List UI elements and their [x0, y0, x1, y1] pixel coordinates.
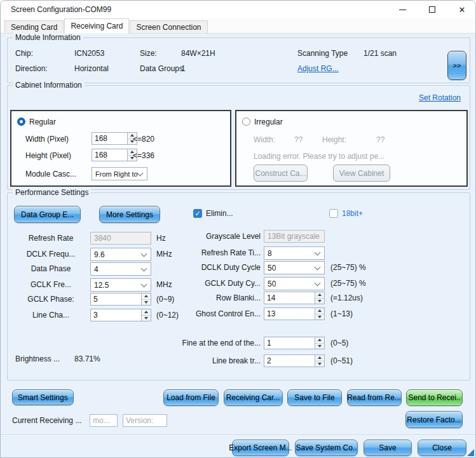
restore-factory-button[interactable]: Restore Facto...	[405, 411, 463, 428]
refresh-rate-times-value: 8	[268, 249, 272, 258]
arrow-up-icon	[318, 356, 322, 359]
spin-down-button[interactable]	[315, 314, 324, 320]
irregular-width-value: ??	[294, 135, 303, 144]
more-settings-button[interactable]: More Settings	[99, 206, 160, 223]
spin-up-button[interactable]	[142, 309, 151, 316]
arrow-down-icon	[318, 316, 322, 318]
module-information-group: Module Information Chip: ICN2053 Size: 8…	[7, 37, 470, 83]
data-phase-select[interactable]: 4	[90, 262, 151, 276]
gclk-phase-label: GCLK Phase:	[13, 295, 89, 304]
construct-cabinet-button[interactable]: Construct Ca...	[254, 165, 308, 182]
ghost-control-end-label: Ghost Control En...	[160, 309, 261, 318]
receiving-card-button[interactable]: Receiving Car...	[224, 389, 283, 406]
dclk-duty-cycle-select[interactable]: 50	[264, 261, 325, 274]
fine-at-line-end-range: (0~5)	[330, 339, 348, 347]
receiving-card-panel: Module Information Chip: ICN2053 Size: 8…	[1, 34, 475, 457]
eliminate-checkbox[interactable]: ✓ Elimin...	[193, 209, 233, 218]
ghost-control-end-spinner[interactable]: 13	[264, 307, 325, 320]
row-blanking-spinner[interactable]: 14	[264, 292, 325, 304]
width-pixel-value: 168	[92, 133, 127, 144]
line-change-spinner[interactable]: 3	[90, 309, 151, 321]
maximize-button[interactable]	[421, 1, 443, 18]
regular-radio[interactable]	[17, 118, 25, 126]
set-rotation-link[interactable]: Set Rotation	[419, 93, 461, 102]
grayscale-level-value: 13Bit grayscale	[268, 232, 320, 241]
refresh-rate-value: 3840	[94, 234, 111, 243]
height-pixel-value: 168	[92, 149, 127, 161]
bit18-checkbox[interactable]: 18bit+	[329, 209, 363, 218]
spin-down-button[interactable]	[315, 344, 324, 349]
tab-sending-card[interactable]: Sending Card	[4, 20, 64, 33]
arrow-up-icon	[318, 309, 322, 312]
gclk-frequency-select[interactable]: 12.5	[90, 278, 151, 292]
view-cabinet-button[interactable]: View Cabinet	[333, 165, 390, 182]
save-button[interactable]: Save	[364, 440, 412, 456]
spin-up-button[interactable]	[315, 337, 324, 344]
chevron-down-icon	[137, 170, 144, 176]
spin-down-button[interactable]	[315, 361, 324, 367]
data-group-exchange-button[interactable]: Data Group E...	[14, 206, 81, 223]
cabinet-information-title: Cabinet Information	[13, 81, 85, 90]
tab-receiving-card[interactable]: Receiving Card	[64, 18, 129, 34]
refresh-rate-times-select[interactable]: 8	[264, 246, 325, 260]
spin-down-button[interactable]	[142, 300, 151, 306]
expand-button-label: >>	[453, 62, 461, 69]
title-bar: Screen Configuration-COM99 ✕	[1, 1, 475, 18]
close-dialog-button[interactable]: Close	[418, 440, 466, 456]
resize-grip[interactable]	[467, 449, 474, 456]
height-pixel-spinner[interactable]: 168	[92, 149, 137, 161]
model-input[interactable]	[90, 414, 118, 427]
send-to-receiving-button[interactable]: Send to Recei..	[406, 389, 463, 406]
line-break-trimming-value: 2	[264, 355, 315, 367]
construct-cabinet-label: Construct Ca...	[255, 169, 306, 178]
close-button[interactable]: ✕	[451, 1, 473, 18]
minimize-button[interactable]	[391, 1, 413, 18]
width-limit-text: <=820	[133, 135, 154, 144]
check-icon: ✓	[194, 210, 200, 217]
load-from-file-button[interactable]: Load from File	[163, 389, 219, 406]
spinner-buttons	[141, 309, 151, 321]
adjust-rg-link[interactable]: Adjust RG...	[297, 64, 339, 73]
arrow-down-icon	[318, 345, 322, 347]
direction-value: Horizontal	[74, 64, 109, 73]
height-limit-text: <=336	[133, 151, 154, 160]
current-receiving-label: Current Receiving ...	[12, 416, 81, 425]
line-break-trimming-spinner[interactable]: 2	[264, 354, 325, 367]
spin-up-button[interactable]	[315, 308, 324, 314]
line-change-value: 3	[91, 309, 141, 321]
irregular-radio-label: Irregular	[254, 118, 283, 126]
chevron-down-icon	[141, 250, 147, 257]
bottom-strip: Export Screen M... Save System Co.. Save…	[1, 434, 475, 457]
gclk-duty-cycle-range: (25~75) %	[330, 279, 366, 288]
scanning-type-label: Scanning Type	[297, 49, 348, 58]
expand-button[interactable]: >>	[447, 51, 466, 80]
irregular-radio[interactable]	[242, 118, 250, 126]
save-system-button[interactable]: Save System Co..	[295, 440, 358, 456]
spinner-buttons	[315, 337, 324, 349]
gclk-duty-cycle-select[interactable]: 50	[264, 277, 325, 290]
read-from-receiving-button[interactable]: Read from Re...	[347, 389, 402, 406]
dclk-frequency-value: 9.6	[94, 250, 105, 259]
spin-up-button[interactable]	[315, 355, 324, 361]
arrow-up-icon	[318, 293, 322, 296]
module-cascade-select[interactable]: From Right to L	[92, 167, 147, 180]
width-pixel-spinner[interactable]: 168	[92, 132, 137, 145]
close-dialog-label: Close	[432, 443, 452, 452]
fine-at-line-end-spinner[interactable]: 1	[264, 337, 325, 349]
line-change-label: Line Cha...	[13, 311, 89, 320]
spin-up-button[interactable]	[142, 293, 151, 300]
tab-screen-connection[interactable]: Screen Connection	[130, 20, 207, 33]
spin-down-button[interactable]	[315, 299, 324, 304]
smart-settings-button[interactable]: Smart Settings	[12, 389, 74, 405]
export-screen-button[interactable]: Export Screen M...	[232, 440, 289, 456]
spinner-buttons	[315, 308, 324, 320]
spin-down-button[interactable]	[142, 316, 151, 321]
save-to-file-button[interactable]: Save to File	[287, 389, 342, 406]
refresh-rate-label: Refresh Rate	[13, 234, 89, 243]
spinner-buttons	[141, 293, 151, 305]
spin-up-button[interactable]	[315, 292, 324, 299]
version-input[interactable]	[123, 414, 167, 427]
dclk-frequency-select[interactable]: 9.6	[90, 248, 151, 261]
arrow-down-icon	[318, 300, 322, 302]
gclk-phase-spinner[interactable]: 5	[90, 293, 151, 306]
